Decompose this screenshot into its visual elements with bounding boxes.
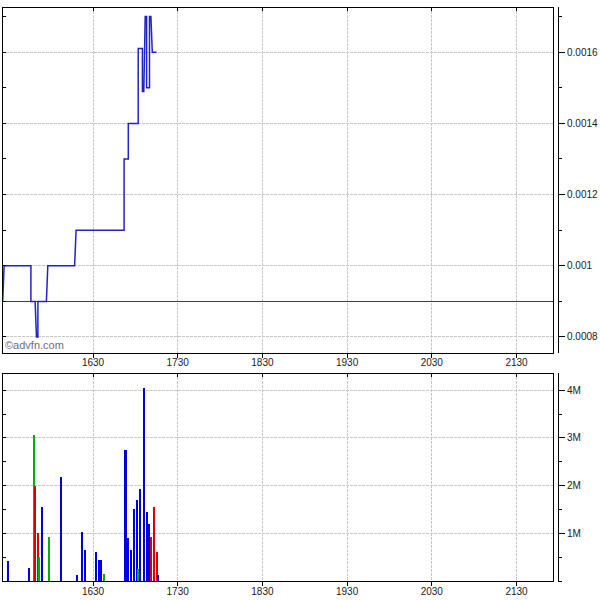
volume-bar [146, 512, 148, 581]
volume-bar [98, 560, 100, 581]
y-axis-label: 0.0008 [567, 331, 598, 342]
y-axis-label: 2M [567, 480, 581, 491]
volume-bar [133, 509, 135, 581]
x-axis-label: 2030 [421, 357, 444, 368]
y-axis-label: 0.001 [567, 260, 592, 271]
volume-bar [103, 574, 105, 581]
x-axis-label: 2130 [505, 357, 528, 368]
volume-bar [81, 532, 83, 581]
advfn-watermark: ©advfn.com [5, 339, 64, 351]
x-axis-label: 1930 [336, 586, 359, 597]
volume-bar [76, 575, 78, 581]
y-axis-label: 4M [567, 385, 581, 396]
x-axis-label: 1630 [82, 357, 105, 368]
chart-background [0, 0, 600, 600]
x-axis-label: 2030 [421, 586, 444, 597]
volume-bar [84, 550, 86, 581]
volume-bar [150, 537, 152, 581]
y-axis-label: 0.0016 [567, 47, 598, 58]
x-axis-label: 1730 [167, 586, 190, 597]
volume-bar [124, 450, 127, 581]
volume-bar [136, 500, 138, 581]
x-axis-label: 1630 [82, 586, 105, 597]
volume-bar [41, 507, 43, 581]
volume-bar [157, 575, 159, 581]
volume-bar [28, 568, 30, 581]
volume-bar [7, 561, 9, 581]
x-axis-label: 1830 [251, 357, 274, 368]
x-axis-label: 1730 [167, 357, 190, 368]
volume-bar [34, 486, 36, 581]
x-axis-label: 1830 [251, 586, 274, 597]
volume-bar [95, 552, 97, 581]
volume-bar [153, 507, 155, 581]
volume-bar [130, 550, 132, 581]
x-axis-label: 1930 [336, 357, 359, 368]
volume-bar [100, 560, 102, 581]
y-axis-label: 1M [567, 528, 581, 539]
y-axis-label: 0.0014 [567, 118, 598, 129]
x-axis-label: 2130 [505, 586, 528, 597]
volume-bar [38, 557, 40, 581]
volume-bar [127, 538, 129, 581]
y-axis-label: 3M [567, 432, 581, 443]
y-axis-label: 0.0012 [567, 189, 598, 200]
volume-bar [48, 537, 50, 581]
volume-bar [143, 388, 145, 581]
volume-bar [139, 489, 141, 581]
advfn-chart-page: 0.00160.00140.00120.0010.00084M3M2M1M163… [0, 0, 600, 600]
volume-bar [60, 477, 62, 581]
price-volume-chart: 0.00160.00140.00120.0010.00084M3M2M1M163… [0, 0, 600, 600]
